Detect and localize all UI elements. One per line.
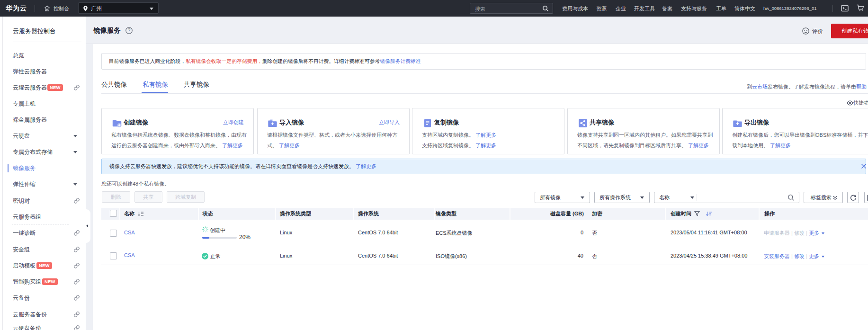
svg-text:?: ?	[128, 28, 131, 33]
